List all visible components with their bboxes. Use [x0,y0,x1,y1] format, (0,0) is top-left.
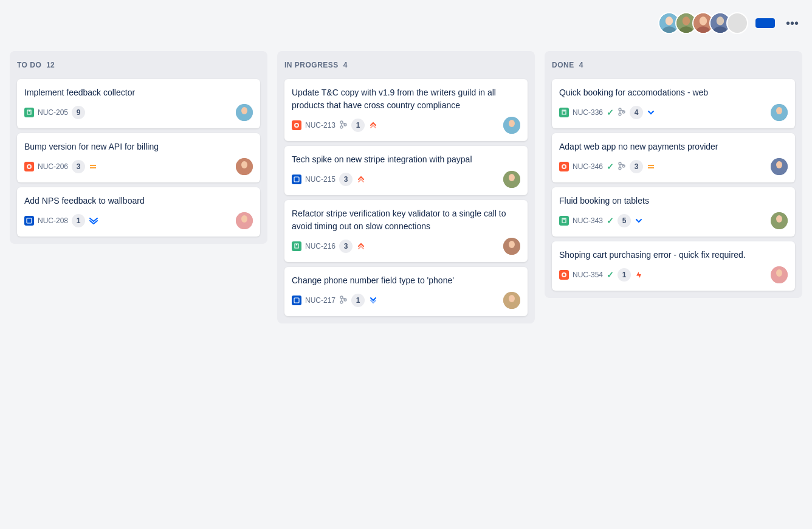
issue-type-icon [559,108,569,117]
more-options-button[interactable]: ••• [782,14,802,33]
card-footer: NUC-354 ✓1 [559,266,788,283]
issue-type-icon [292,241,301,251]
avatar [771,266,788,283]
card[interactable]: Tech spike on new stripe integration wit… [284,146,528,195]
count-badge: 1 [351,119,365,132]
column-done: DONE 4 Quick booking for accomodations -… [545,51,802,298]
issue-id: NUC-213 [305,121,335,130]
count-badge: 1 [72,214,85,227]
count-badge: 3 [339,240,353,253]
priority-icon [647,108,655,117]
card[interactable]: Implement feedback collector NUC-205 9 [17,79,260,128]
avatars-group [658,12,748,34]
svg-point-20 [241,161,247,168]
svg-point-52 [776,107,782,114]
check-icon: ✓ [607,216,614,226]
avatar [503,117,520,134]
card-footer: NUC-216 3 [292,238,520,255]
priority-icon [635,216,643,225]
column-title: DONE [552,61,574,69]
column-title: TO DO [17,61,41,69]
card-title: Add NPS feedback to wallboard [24,195,253,207]
svg-point-32 [509,120,515,127]
check-icon: ✓ [607,108,614,117]
card[interactable]: Update T&C copy with v1.9 from the write… [284,79,528,141]
count-badge: 1 [618,268,631,282]
card[interactable]: Bump version for new API for billing NUC… [17,133,260,182]
issue-type-icon [292,175,301,184]
svg-point-43 [340,301,343,303]
svg-point-1 [666,16,673,25]
header-actions: ••• [658,12,802,34]
card-title: Bump version for new API for billing [24,140,253,153]
card[interactable]: Quick booking for accomodations - web NU… [552,79,795,128]
card-footer: NUC-217 1 [292,292,520,309]
svg-point-29 [340,126,343,128]
issue-type-icon [24,162,34,171]
svg-point-10 [717,16,724,25]
avatar [503,292,520,309]
column-header: IN PROGRESS 4 [284,58,528,72]
svg-point-24 [241,215,247,223]
svg-point-57 [619,167,621,170]
card[interactable]: Fluid booking on tablets NUC-343 ✓5 [552,187,795,237]
card[interactable]: Change phone number field type to 'phone… [284,267,528,316]
card-title: Update T&C copy with v1.9 from the write… [292,86,520,112]
count-badge: 3 [630,160,643,173]
complete-sprint-button[interactable] [755,18,775,28]
svg-point-36 [509,174,515,181]
avatar [771,104,788,121]
issue-id: NUC-216 [305,242,335,251]
svg-point-27 [295,124,298,126]
issue-id: NUC-215 [305,175,335,184]
card[interactable]: Adapt web app no new payments provider N… [552,133,795,182]
card-title: Refactor stripe verification key validat… [292,207,520,233]
issue-type-icon [559,216,569,226]
branch-icon [618,108,626,118]
card[interactable]: Add NPS feedback to wallboard NUC-208 1 [17,187,260,237]
count-badge: 3 [72,160,85,173]
svg-point-49 [619,113,621,116]
svg-point-68 [563,274,565,276]
card[interactable]: Shoping cart purchasing error - quick fi… [552,241,795,291]
priority-icon [89,216,98,225]
card-footer: NUC-346 ✓ 3 [559,158,788,175]
board: TO DO 12 Implement feedback collector NU… [10,51,802,323]
card-title: Shoping cart purchasing error - quick fi… [559,249,788,261]
column-header: DONE 4 [552,58,795,72]
issue-id: NUC-206 [38,162,68,171]
issue-type-icon [292,120,301,130]
column-inprogress: IN PROGRESS 4 Update T&C copy with v1.9 … [277,51,535,323]
card-footer: NUC-208 1 [24,212,253,229]
column-count: 4 [579,61,583,69]
avatar-count[interactable] [726,12,748,34]
card-footer: NUC-206 3 [24,158,253,175]
column-count: 4 [343,61,348,69]
branch-icon [339,296,348,306]
svg-point-46 [509,295,515,302]
branch-icon [618,162,626,172]
priority-icon [89,162,97,171]
check-icon: ✓ [607,162,614,171]
card-footer: NUC-343 ✓5 [559,212,788,229]
check-icon: ✓ [607,270,614,280]
column-title: IN PROGRESS [284,61,339,69]
avatar [236,158,253,175]
card[interactable]: Refactor stripe verification key validat… [284,200,528,262]
card-title: Tech spike on new stripe integration wit… [292,153,520,166]
issue-id: NUC-346 [573,162,603,171]
priority-icon [356,173,366,185]
svg-rect-22 [27,218,32,223]
column-header: TO DO 12 [17,58,260,72]
card-footer: NUC-336 ✓ 4 [559,104,788,121]
svg-point-39 [509,241,515,248]
svg-point-7 [700,16,707,25]
issue-type-icon [24,216,34,226]
issue-id: NUC-336 [573,108,603,117]
svg-point-16 [28,165,30,168]
card-footer: NUC-205 9 [24,104,253,121]
count-badge: 5 [618,214,631,227]
board-header: ••• [10,10,802,36]
card-title: Implement feedback collector [24,86,253,99]
svg-point-4 [683,16,690,25]
